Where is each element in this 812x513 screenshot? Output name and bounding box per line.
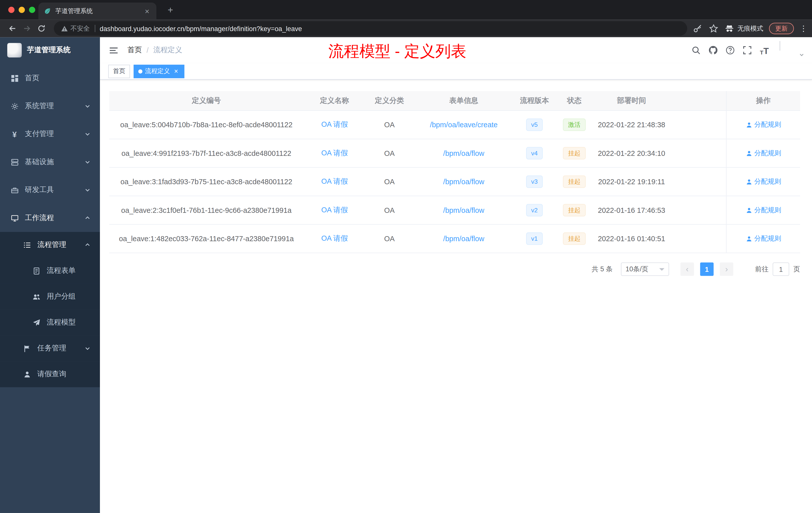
- browser-tab[interactable]: 芋道管理系统 ×: [38, 2, 156, 20]
- definition-name-link[interactable]: OA 请假: [321, 234, 348, 243]
- omnibox-divider: [94, 25, 95, 32]
- page-size-select[interactable]: 10条/页: [621, 263, 669, 276]
- form-link[interactable]: /bpm/oa/flow: [443, 234, 484, 243]
- tag-home[interactable]: 首页: [108, 64, 130, 78]
- assign-rule-link[interactable]: 分配规则: [746, 177, 781, 186]
- minimize-window-button[interactable]: [19, 7, 25, 13]
- sidebar-item-home[interactable]: 首页: [0, 64, 100, 92]
- tab-close-icon[interactable]: ×: [143, 7, 151, 15]
- forward-icon[interactable]: [20, 21, 34, 36]
- paper-plane-icon: [32, 318, 40, 327]
- sidebar-item-leave-query[interactable]: 请假查询: [0, 361, 100, 387]
- sidebar-item-devtools[interactable]: 研发工具: [0, 176, 100, 204]
- total-count: 共 5 条: [591, 265, 612, 274]
- definition-name-link[interactable]: OA 请假: [321, 177, 348, 186]
- sidebar-item-label: 流程模型: [47, 318, 76, 327]
- status-badge: 挂起: [563, 233, 586, 245]
- tag-close-icon[interactable]: ×: [173, 67, 180, 75]
- chevron-down-icon: [84, 345, 91, 352]
- new-tab-button[interactable]: +: [165, 4, 176, 16]
- assign-rule-link[interactable]: 分配规则: [746, 234, 781, 243]
- next-page-button[interactable]: ›: [720, 263, 733, 276]
- address-bar[interactable]: 不安全 dashboard.yudao.iocoder.cn/bpm/manag…: [54, 21, 687, 36]
- column-header: 定义分类: [366, 91, 413, 110]
- status-badge: 挂起: [563, 204, 586, 217]
- hamburger-icon[interactable]: [108, 44, 119, 56]
- definition-table: 定义编号 定义名称 定义分类 表单信息 流程版本 状态 部署时间 操作 oa_l…: [109, 91, 800, 253]
- sidebar-item-infrastructure[interactable]: 基础设施: [0, 148, 100, 176]
- page-number-button[interactable]: 1: [700, 263, 714, 276]
- assign-rule-link[interactable]: 分配规则: [746, 206, 781, 215]
- definition-name-link[interactable]: OA 请假: [321, 149, 348, 158]
- update-button[interactable]: 更新: [769, 23, 794, 34]
- fullscreen-icon[interactable]: [742, 45, 753, 55]
- sidebar-item-payment[interactable]: ¥ 支付管理: [0, 120, 100, 148]
- bookmark-star-icon[interactable]: [708, 23, 719, 34]
- form-link[interactable]: /bpm/oa/flow: [443, 149, 484, 157]
- definition-id: oa_leave:2:3c1f0ef1-76b1-11ec-9c66-a2380…: [109, 196, 303, 224]
- users-icon: [32, 292, 40, 301]
- column-header-filler: [669, 91, 726, 110]
- column-header: 流程版本: [514, 91, 555, 110]
- sidebar-item-workflow[interactable]: 工作流程: [0, 204, 100, 232]
- prev-page-button[interactable]: ‹: [680, 263, 694, 276]
- form-link[interactable]: /bpm/oa/flow: [443, 177, 484, 186]
- sidebar-item-system[interactable]: 系统管理: [0, 92, 100, 120]
- definition-category: OA: [366, 196, 413, 224]
- sidebar-item-process-model[interactable]: 流程模型: [0, 309, 100, 335]
- version-tag: v5: [526, 118, 543, 131]
- definition-id: oa_leave:1:482ec033-762a-11ec-8477-a2380…: [109, 224, 303, 252]
- sidebar-item-process-form[interactable]: 流程表单: [0, 258, 100, 283]
- sidebar-logo-row: 芋道管理系统: [0, 37, 100, 63]
- back-icon[interactable]: [5, 21, 20, 36]
- goto-page: 前往 页: [755, 263, 800, 276]
- sidebar-item-label: 流程管理: [37, 240, 66, 249]
- sidebar: 芋道管理系统 首页 系统管理 ¥ 支付管理: [0, 37, 100, 513]
- avatar-caret-down-icon[interactable]: [799, 52, 804, 58]
- definition-name-link[interactable]: OA 请假: [321, 120, 348, 129]
- column-header: 部署时间: [594, 91, 669, 110]
- chevron-down-icon: [84, 159, 91, 165]
- document-icon: [32, 267, 40, 275]
- deploy-time: 2022-01-16 17:46:53: [594, 196, 669, 224]
- chevron-up-icon: [84, 215, 91, 221]
- sidebar-item-user-group[interactable]: 用户分组: [0, 283, 100, 309]
- tag-label: 流程定义: [145, 67, 170, 76]
- chevron-down-icon: [84, 187, 91, 193]
- flag-icon: [23, 344, 31, 353]
- deploy-time: 2022-01-16 01:40:51: [594, 224, 669, 252]
- sidebar-item-label: 任务管理: [37, 344, 66, 353]
- reload-icon[interactable]: [34, 21, 49, 36]
- person-icon: [746, 178, 752, 185]
- assign-rule-link[interactable]: 分配规则: [746, 149, 781, 158]
- goto-page-input[interactable]: [773, 263, 789, 276]
- zoom-window-button[interactable]: [29, 7, 35, 13]
- close-window-button[interactable]: [8, 7, 14, 13]
- toolbar-right: 无痕模式 更新 ⋮: [693, 23, 807, 34]
- browser-toolbar: 不安全 dashboard.yudao.iocoder.cn/bpm/manag…: [0, 20, 812, 37]
- assign-rule-link[interactable]: 分配规则: [746, 120, 781, 129]
- url-text: dashboard.yudao.iocoder.cn/bpm/manager/d…: [100, 25, 302, 32]
- breadcrumb-home[interactable]: 首页: [127, 46, 142, 55]
- navbar-right: TT: [691, 41, 804, 59]
- user-avatar[interactable]: [779, 41, 780, 51]
- briefcase-icon: [10, 214, 19, 222]
- sidebar-item-task-mgmt[interactable]: 任务管理: [0, 336, 100, 361]
- github-icon[interactable]: [708, 45, 718, 55]
- column-header: 表单信息: [413, 91, 514, 110]
- browser-menu-icon[interactable]: ⋮: [800, 24, 807, 33]
- tag-process-definition[interactable]: 流程定义 ×: [134, 64, 184, 78]
- sidebar-item-process-mgmt[interactable]: 流程管理: [0, 232, 100, 258]
- yen-icon: ¥: [10, 130, 19, 138]
- definition-name-link[interactable]: OA 请假: [321, 206, 348, 215]
- help-icon[interactable]: [725, 45, 735, 55]
- form-link[interactable]: /bpm/oa/flow: [443, 206, 484, 214]
- tags-view: 首页 流程定义 ×: [100, 63, 812, 80]
- password-key-icon[interactable]: [693, 23, 703, 34]
- version-tag: v4: [526, 147, 543, 160]
- column-header: 定义名称: [303, 91, 366, 110]
- search-icon[interactable]: [691, 45, 701, 55]
- font-size-icon[interactable]: TT: [759, 45, 770, 55]
- form-link[interactable]: /bpm/oa/leave/create: [430, 121, 498, 129]
- logo-avatar: [7, 43, 22, 58]
